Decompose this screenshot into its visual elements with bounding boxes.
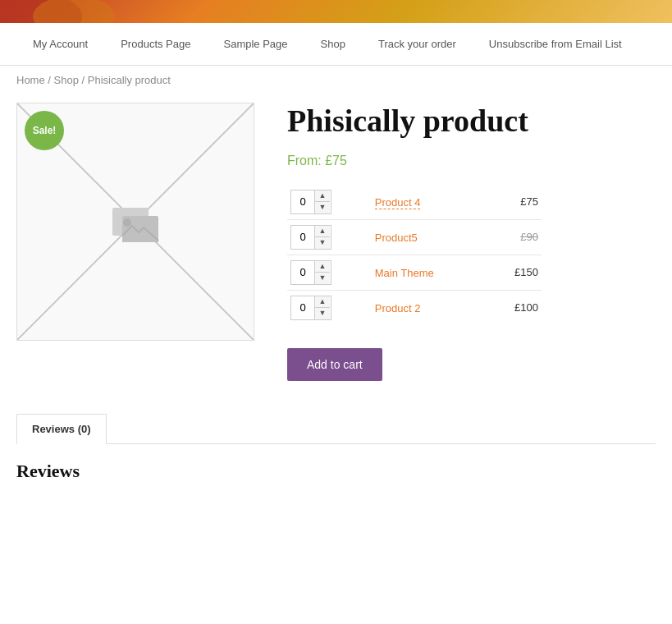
nav-item-my-account[interactable]: My Account [16, 23, 104, 65]
breadcrumb-item-shop[interactable]: Shop [54, 74, 79, 86]
variant-price-cell-1: £90 [488, 219, 542, 255]
variant-name-link-0[interactable]: Product 4 [375, 196, 421, 209]
qty-buttons-3: ▲ ▼ [314, 296, 330, 319]
variant-name-cell-1: Product5 [372, 219, 488, 255]
tabs: Reviews (0) [16, 414, 656, 444]
breadcrumb: Home / Shop / Phisically product [0, 66, 672, 94]
qty-input-wrap-3: ▲ ▼ [290, 296, 331, 320]
sale-badge: Sale! [25, 111, 64, 150]
variant-price-cell-2: £150 [488, 255, 542, 290]
product-details: Phisically product From: £75 ▲ ▼ Product… [287, 103, 656, 381]
variant-name-cell-0: Product 4 [372, 185, 488, 220]
qty-buttons-1: ▲ ▼ [314, 226, 330, 249]
qty-cell-2: ▲ ▼ [287, 255, 372, 290]
qty-input-3[interactable] [291, 300, 314, 315]
qty-input-wrap-2: ▲ ▼ [290, 260, 331, 285]
product-image-placeholder-icon [111, 201, 160, 242]
header-banner [0, 0, 672, 23]
qty-up-1[interactable]: ▲ [315, 226, 330, 237]
qty-up-3[interactable]: ▲ [315, 296, 330, 308]
nav-item-sample-page[interactable]: Sample Page [207, 23, 304, 65]
qty-input-1[interactable] [291, 229, 314, 245]
nav-item-shop[interactable]: Shop [304, 23, 362, 65]
tab-reviews[interactable]: Reviews (0) [16, 414, 107, 444]
reviews-title: Reviews [16, 461, 656, 482]
breadcrumb-item-home[interactable]: Home [16, 74, 45, 86]
qty-input-wrap-1: ▲ ▼ [290, 225, 331, 250]
qty-buttons-2: ▲ ▼ [314, 261, 330, 284]
product-title: Phisically product [287, 103, 656, 140]
product-price: From: £75 [287, 154, 656, 168]
qty-input-2[interactable] [291, 264, 314, 280]
qty-cell-3: ▲ ▼ [287, 290, 372, 325]
qty-input-wrap-0: ▲ ▼ [290, 190, 331, 214]
qty-up-0[interactable]: ▲ [315, 190, 330, 202]
product-image-wrap: Sale! [16, 103, 254, 341]
variant-name-cell-3: Product 2 [372, 290, 488, 325]
breadcrumb-separator: / [45, 74, 54, 86]
nav-item-track-your-order[interactable]: Track your order [362, 23, 473, 65]
variants-table: ▲ ▼ Product 4£75 ▲ ▼ Product5£90 ▲ ▼ Mai [287, 185, 542, 325]
variant-name-link-2[interactable]: Main Theme [375, 267, 434, 279]
breadcrumb-item-phisically-product[interactable]: Phisically product [88, 74, 171, 86]
qty-down-0[interactable]: ▼ [315, 202, 330, 213]
qty-buttons-0: ▲ ▼ [314, 190, 330, 213]
qty-input-0[interactable] [291, 194, 314, 209]
main-nav: My AccountProducts PageSample PageShopTr… [0, 23, 672, 66]
qty-cell-0: ▲ ▼ [287, 185, 372, 220]
qty-up-2[interactable]: ▲ [315, 261, 330, 273]
variant-name-link-1[interactable]: Product5 [375, 232, 418, 244]
svg-point-2 [123, 218, 131, 227]
variant-name-cell-2: Main Theme [372, 255, 488, 290]
reviews-section: Reviews (0) Reviews [0, 406, 672, 507]
qty-down-2[interactable]: ▼ [315, 273, 330, 284]
variant-name-link-3[interactable]: Product 2 [375, 302, 421, 314]
add-to-cart-button[interactable]: Add to cart [287, 348, 382, 381]
qty-down-1[interactable]: ▼ [315, 237, 330, 249]
main-content: Sale! Phisically product From: £75 ▲ ▼ [0, 94, 672, 406]
qty-down-3[interactable]: ▼ [315, 308, 330, 319]
qty-cell-1: ▲ ▼ [287, 219, 372, 255]
breadcrumb-separator: / [79, 74, 88, 86]
variant-price-cell-3: £100 [488, 290, 542, 325]
variant-price-cell-0: £75 [488, 185, 542, 220]
nav-item-unsubscribe-from-email-list[interactable]: Unsubscribe from Email List [473, 23, 638, 65]
nav-item-products-page[interactable]: Products Page [104, 23, 207, 65]
